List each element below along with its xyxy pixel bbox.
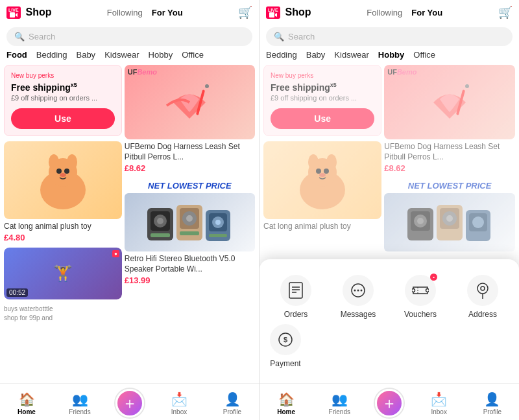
popup-vouchers[interactable]: • Vouchers <box>394 275 446 319</box>
svg-point-32 <box>319 173 326 177</box>
svg-point-28 <box>308 154 319 170</box>
svg-rect-43 <box>466 210 490 241</box>
left-use-button[interactable]: Use <box>11 108 115 129</box>
left-cat-office[interactable]: Office <box>182 50 204 60</box>
right-nav-friends[interactable]: 👥 Friends <box>322 391 357 415</box>
left-harness-image: UFBemo <box>125 65 255 139</box>
svg-point-31 <box>324 169 329 174</box>
right-search-bar[interactable]: 🔍 Search <box>266 27 513 46</box>
payment-icon: $ <box>270 324 301 355</box>
left-cat-image <box>4 141 122 219</box>
left-nav-foryou[interactable]: For You <box>152 8 183 18</box>
svg-rect-39 <box>437 205 463 240</box>
left-add-button[interactable]: ＋ <box>115 389 144 417</box>
home-icon: 🏠 <box>19 391 35 407</box>
right-nav-links: Following For You <box>317 8 493 18</box>
popup-payment[interactable]: $ Payment <box>270 324 301 368</box>
left-speaker-price: £13.99 <box>125 275 255 285</box>
svg-point-41 <box>442 211 457 226</box>
inbox-label: Inbox <box>171 408 187 415</box>
right-harness-price: £8.62 <box>384 163 515 173</box>
right-cart-icon[interactable]: 🛒 <box>498 5 513 19</box>
svg-point-6 <box>64 169 69 174</box>
popup-grid: Orders Messages <box>260 270 519 324</box>
right-live-badge: LIVE <box>266 6 280 19</box>
left-cat-food[interactable]: Food <box>6 50 27 60</box>
right-cat-bedding[interactable]: Bedding <box>266 50 297 60</box>
profile-icon: 👤 <box>224 391 241 407</box>
svg-point-30 <box>316 169 321 174</box>
svg-point-7 <box>60 173 66 177</box>
right-col: UFBemo UFBemo Dog Harness Leash Set Pitb… <box>125 65 255 323</box>
svg-point-4 <box>67 154 77 170</box>
messages-label: Messages <box>341 310 376 319</box>
left-cat-baby[interactable]: Baby <box>76 50 95 60</box>
right-cat-baby[interactable]: Baby <box>306 50 326 60</box>
left-speaker-image <box>125 193 255 251</box>
friends-label: Friends <box>69 408 90 415</box>
left-bottom-nav: 🏠 Home 👥 Friends ＋ 📩 Inbox 👤 Profile <box>0 383 259 420</box>
left-nav-links: Following For You <box>57 8 233 18</box>
svg-point-9 <box>205 84 209 88</box>
svg-point-18 <box>186 215 193 222</box>
left-promo-title: Free shippingx5 <box>11 82 115 93</box>
vouchers-icon: • <box>405 275 436 306</box>
right-profile-icon: 👤 <box>484 391 500 407</box>
svg-text:$: $ <box>284 336 287 344</box>
right-net-price-text: NET LOWEST PRICE <box>384 178 515 193</box>
left-cat-hobby[interactable]: Hobby <box>149 50 173 60</box>
svg-point-13 <box>157 218 163 224</box>
right-nav-home[interactable]: 🏠 Home <box>269 391 304 415</box>
popup-messages[interactable]: Messages <box>332 275 384 319</box>
right-cat-hobby[interactable]: Hobby <box>378 50 404 60</box>
left-nav-home[interactable]: 🏠 Home <box>9 391 45 415</box>
right-bottom-nav: 🏠 Home 👥 Friends ＋ 📩 Inbox 👤 Profile <box>260 383 519 420</box>
left-cart-icon[interactable]: 🛒 <box>238 5 252 19</box>
left-nav-friends[interactable]: 👥 Friends <box>62 391 98 415</box>
svg-rect-40 <box>440 208 459 229</box>
right-nav-following[interactable]: Following <box>367 8 402 18</box>
svg-point-52 <box>357 290 359 292</box>
right-search-placeholder: Search <box>288 32 315 41</box>
left-cat-kidswear[interactable]: Kidswear <box>104 50 139 60</box>
left-nav-following[interactable]: Following <box>107 8 143 18</box>
popup-orders[interactable]: Orders <box>270 275 322 319</box>
left-nav-profile[interactable]: 👤 Profile <box>215 391 250 415</box>
svg-rect-19 <box>180 231 199 235</box>
right-harness-title: UFBemo Dog Harness Leash Set Pitbull Per… <box>384 142 515 162</box>
left-cat-price: £4.80 <box>4 233 122 242</box>
right-home-label: Home <box>277 408 295 415</box>
right-inbox-label: Inbox <box>431 408 446 415</box>
right-cat-kidswear[interactable]: Kidswear <box>334 50 368 60</box>
svg-point-3 <box>49 154 59 170</box>
svg-rect-14 <box>151 233 170 237</box>
left-content: New buy perks Free shippingx5 £9 off shi… <box>0 65 259 401</box>
right-nav-profile[interactable]: 👤 Profile <box>474 391 510 415</box>
right-cat-office[interactable]: Office <box>413 50 435 60</box>
payment-label: Payment <box>270 359 300 368</box>
right-shop-title: Shop <box>285 6 311 18</box>
left-search-bar[interactable]: 🔍 Search <box>6 27 252 46</box>
popup-row2: $ Payment <box>260 324 519 368</box>
right-nav-foryou[interactable]: For You <box>411 8 442 18</box>
left-harness-product: UFBemo UFBemo Dog Harness Leash Set Pitb… <box>125 65 255 173</box>
left-nav-inbox[interactable]: 📩 Inbox <box>162 391 197 415</box>
left-speaker-product: NET LOWEST PRICE <box>125 178 255 285</box>
inbox-icon: 📩 <box>171 391 187 407</box>
address-icon <box>467 275 498 306</box>
svg-point-5 <box>56 169 62 174</box>
right-add-button[interactable]: ＋ <box>375 389 404 417</box>
svg-rect-25 <box>269 12 274 18</box>
right-nav-inbox[interactable]: 📩 Inbox <box>421 391 457 415</box>
right-home-icon: 🏠 <box>278 391 295 407</box>
left-net-price-text: NET LOWEST PRICE <box>125 178 255 193</box>
left-brand-tag: UFBemo <box>128 68 157 76</box>
svg-rect-35 <box>407 208 433 240</box>
left-cat-bedding[interactable]: Bedding <box>36 50 67 60</box>
left-live-dot: ● <box>112 250 119 257</box>
popup-address[interactable]: Address <box>457 275 509 319</box>
left-cat-product: Cat long animal plush toy £4.80 <box>4 141 122 243</box>
right-friends-label: Friends <box>329 408 350 415</box>
svg-point-42 <box>446 215 453 222</box>
right-profile-label: Profile <box>483 408 501 415</box>
